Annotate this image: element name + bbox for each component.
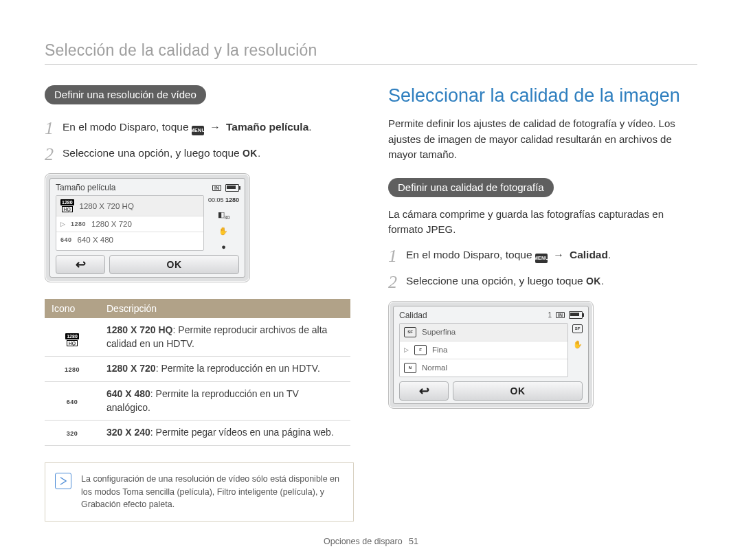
resolution-table: Icono Descripción 1280HQ 1280 X 720 HQ: … xyxy=(45,299,350,446)
stabilizer-icon: ✋ xyxy=(218,227,228,236)
note-text: La configuración de una resolución de ví… xyxy=(81,473,344,511)
option-label: 1280 X 720 xyxy=(91,220,132,228)
quality-icon-f: F xyxy=(414,345,427,355)
step-number: 2 xyxy=(388,273,406,291)
pill-photo-quality: Definir una calidad de fotografía xyxy=(388,178,554,197)
breadcrumb: Selección de la calidad y la resolución xyxy=(45,41,697,65)
in-chip-icon: IN xyxy=(212,185,221,191)
arrow-icon: → xyxy=(550,249,567,260)
option-label: Fina xyxy=(432,346,447,354)
th-desc: Descripción xyxy=(100,299,350,318)
step-number: 2 xyxy=(45,146,63,164)
col-right: Seleccionar la calidad de la imagen Perm… xyxy=(388,85,697,522)
option-label: 1280 X 720 HQ xyxy=(80,202,134,210)
th-icon: Icono xyxy=(45,299,100,318)
section-heading: Seleccionar la calidad de la imagen xyxy=(388,85,697,107)
video-size-options: 1280HQ 1280 X 720 HQ ▷ 1280 1280 X 720 6… xyxy=(56,195,204,251)
option-1280x720hq[interactable]: 1280HQ 1280 X 720 HQ xyxy=(56,196,203,216)
row-text: : Permite la reproducción en un HDTV. xyxy=(156,363,320,374)
step1-pre: En el modo Disparo, toque xyxy=(63,121,192,133)
status-count: 1 xyxy=(548,311,552,319)
note-box: La configuración de una resolución de ví… xyxy=(45,462,354,522)
battery-icon xyxy=(225,184,239,192)
step2-pre: Seleccione una opción, y luego toque xyxy=(63,147,243,159)
row-bold: 320 X 240 xyxy=(106,427,150,438)
menu-icon: MENU xyxy=(192,126,204,135)
menu-icon: MENU xyxy=(535,254,548,263)
row-bold: 1280 X 720 HQ xyxy=(106,324,173,335)
size-icon-320: 320 xyxy=(67,430,78,437)
r-step2-pre: Seleccione una opción, y luego toque xyxy=(406,275,586,287)
pill-video-res: Definir una resolución de vídeo xyxy=(45,85,206,104)
r-step2-text: Seleccione una opción, y luego toque OK. xyxy=(406,273,604,289)
device-video-size: Tamaño película IN 1280HQ 1280 X 720 HQ xyxy=(45,173,250,282)
step-number: 1 xyxy=(45,120,63,137)
intro2-text: La cámara comprime y guarda las fotograf… xyxy=(388,207,697,238)
step1-text: En el modo Disparo, toque MENU → Tamaño … xyxy=(63,120,312,135)
quality-options: SF Superfina ▷ F Fina N Normal xyxy=(399,323,568,377)
size-icon-1280: 1280 xyxy=(71,221,86,227)
size-icon-1280hq: 1280HQ xyxy=(60,199,74,212)
option-label: Normal xyxy=(422,363,447,372)
option-640x480[interactable]: 640 640 X 480 xyxy=(56,232,203,247)
mic-icon: ● xyxy=(221,243,226,251)
option-superfina[interactable]: SF Superfina xyxy=(400,324,567,341)
r-step1-text: En el modo Disparo, toque MENU → Calidad… xyxy=(406,247,611,263)
option-label: 640 X 480 xyxy=(78,236,113,244)
option-1280x720[interactable]: ▷ 1280 1280 X 720 xyxy=(56,216,203,232)
step-number: 1 xyxy=(388,247,406,265)
arrow-icon: → xyxy=(207,121,223,133)
exposure-icon: ◧30 xyxy=(218,210,230,220)
r-step1-target: Calidad xyxy=(570,249,608,260)
row-bold: 1280 X 720 xyxy=(106,363,156,374)
intro-text: Permite definir los ajustes de calidad d… xyxy=(388,116,697,163)
table-row: 640 640 X 480: Permite la reproducción e… xyxy=(45,381,350,420)
battery-icon xyxy=(569,311,583,319)
size-icon-640: 640 xyxy=(67,399,78,405)
row-text: : Permite pegar vídeos en una página web… xyxy=(150,427,334,438)
col-left: Definir una resolución de vídeo 1 En el … xyxy=(45,85,354,522)
row-bold: 640 X 480 xyxy=(106,388,150,399)
size-icon-1280: 1280 xyxy=(65,366,80,373)
in-chip-icon: IN xyxy=(556,312,565,318)
stabilizer-icon: ✋ xyxy=(573,340,583,349)
back-button[interactable]: ↩ xyxy=(56,255,105,274)
footer-page: 51 xyxy=(409,537,418,546)
size-icon-640: 640 xyxy=(60,236,72,243)
lcd-side-icons: 00:05 1280 ◧30 ✋ ● xyxy=(208,195,239,251)
ok-button[interactable]: OK xyxy=(109,255,239,274)
page-footer: Opciones de disparo 51 xyxy=(0,537,742,546)
footer-chapter: Opciones de disparo xyxy=(324,537,403,546)
option-normal[interactable]: N Normal xyxy=(400,359,567,377)
lcd-title: Calidad xyxy=(399,311,427,320)
table-row: 320 320 X 240: Permite pegar vídeos en u… xyxy=(45,421,350,446)
status-time: 00:05 1280 xyxy=(208,197,239,203)
quality-icon-n: N xyxy=(404,363,416,373)
size-icon-1280hq: 1280HQ xyxy=(65,333,79,346)
table-row: 1280HQ 1280 X 720 HQ: Permite reproducir… xyxy=(45,318,350,357)
quality-icon-sf: SF xyxy=(404,327,416,337)
ok-icon: OK xyxy=(243,148,258,159)
table-row: 1280 1280 X 720: Permite la reproducción… xyxy=(45,357,350,382)
caret-icon: ▷ xyxy=(404,346,409,353)
back-button[interactable]: ↩ xyxy=(399,381,449,401)
step1-target: Tamaño película xyxy=(226,121,308,133)
r-step1-pre: En el modo Disparo, toque xyxy=(406,249,535,260)
lcd-title: Tamaño película xyxy=(56,183,115,192)
quality-status-icon: SF xyxy=(572,324,583,333)
step2-text: Seleccione una opción, y luego toque OK. xyxy=(63,146,260,161)
lcd-side-icons: SF ✋ xyxy=(572,323,583,377)
option-label: Superfina xyxy=(422,328,456,336)
ok-icon: OK xyxy=(586,276,601,287)
caret-icon: ▷ xyxy=(60,221,65,227)
device-quality: Calidad 1 IN SF Superfina xyxy=(388,301,594,409)
option-fina[interactable]: ▷ F Fina xyxy=(400,341,567,359)
note-icon xyxy=(55,473,71,489)
ok-button[interactable]: OK xyxy=(453,381,583,401)
